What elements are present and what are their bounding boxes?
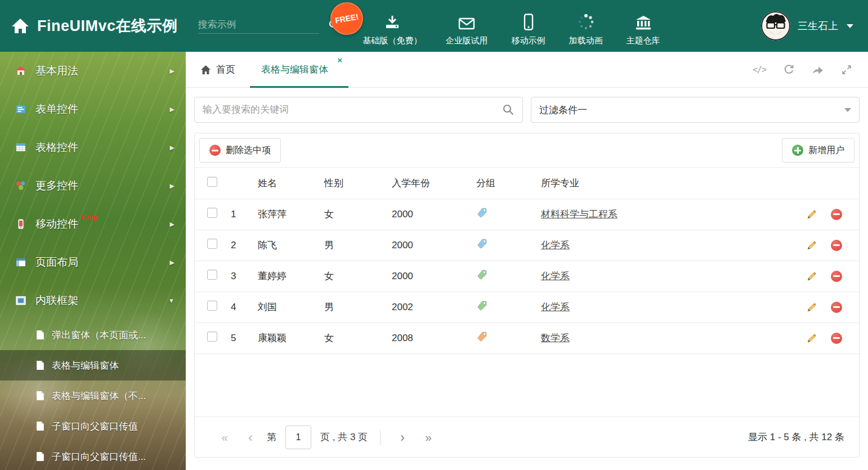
user-menu[interactable]: 三生石上 [761,11,853,41]
page-prefix-label: 第 [267,431,276,444]
column-header-major: 所学专业 [536,168,786,199]
edit-icon[interactable] [806,209,817,220]
fullscreen-icon[interactable] [841,64,852,75]
sidebar-item-page-layout[interactable]: 页面布局 [0,243,186,281]
column-header-group: 分组 [472,168,536,199]
delete-icon[interactable] [831,333,842,344]
delete-icon[interactable] [831,302,842,313]
sidebar-item-label: 页面布局 [35,255,78,270]
file-icon [36,421,44,431]
search-icon[interactable] [502,104,514,116]
sidebar-item-basic-usage[interactable]: 基本用法 [0,52,186,90]
pagination-bar: 第 页 , 共 3 页 显示 1 - 5 条 , 共 12 条 [195,417,859,457]
row-checkbox[interactable] [207,208,217,218]
table-row: 5康颖颖女2008数学系 [195,323,859,353]
row-checkbox[interactable] [207,332,217,342]
tab-home[interactable]: 首页 [186,52,250,87]
keyword-search-input[interactable] [203,104,502,115]
sidebar-subitem-child-to-parent-2[interactable]: 子窗口向父窗口传值... [0,441,186,470]
content-area: 过滤条件一 删除选中项 新增用户 [186,88,868,458]
row-index: 5 [226,323,253,353]
prev-page-button[interactable] [238,429,263,445]
edit-icon[interactable] [806,240,817,251]
delete-icon[interactable] [831,240,842,251]
row-checkbox[interactable] [207,239,217,249]
major-link[interactable]: 化学系 [541,302,570,312]
close-icon[interactable]: × [337,56,342,64]
tabbar-tools [753,52,868,87]
row-index: 3 [226,261,253,292]
nav-item-loading-animation[interactable]: 加载动画 [569,6,603,46]
sidebar-subitem-grid-edit-window[interactable]: 表格与编辑窗体 [0,350,186,381]
download-icon [384,14,401,30]
add-user-button[interactable]: 新增用户 [782,138,854,163]
sidebar-item-mobile-controls[interactable]: 移动控件 Corp. [0,205,186,243]
major-link[interactable]: 数学系 [541,333,570,343]
major-link[interactable]: 化学系 [541,271,570,281]
button-label: 新增用户 [808,145,844,156]
header-search-input[interactable] [198,19,323,30]
cell-name: 刘国 [253,292,320,323]
nav-item-enterprise-trial[interactable]: 企业版试用 [446,6,488,46]
nav-item-theme-repo[interactable]: 主题仓库 [627,6,660,46]
cell-gender: 男 [320,292,387,323]
brand: FineUIMvc在线示例 [11,16,178,36]
filter-dropdown-value: 过滤条件一 [539,104,587,117]
cell-year: 2000 [387,199,472,230]
tab-label: 首页 [216,63,235,76]
row-checkbox[interactable] [207,301,217,311]
open-in-new-icon[interactable] [812,64,824,75]
sidebar-subitem-label: 表格与编辑窗体（不... [52,390,146,402]
cell-gender: 女 [320,323,387,353]
source-code-icon[interactable] [753,65,766,75]
button-label: 删除选中项 [226,145,271,156]
last-page-button[interactable] [415,431,441,444]
chevron-right-icon [170,221,175,228]
edit-icon[interactable] [806,302,817,313]
edit-icon[interactable] [806,333,817,344]
sidebar-item-grid-controls[interactable]: 表格控件 [0,128,186,167]
sidebar-subitem-label: 弹出窗体（本页面或... [52,329,146,342]
cell-year: 2008 [387,323,472,353]
cell-name: 陈飞 [253,230,320,261]
nav-item-basic-edition[interactable]: FREE! 基础版（免费） [363,6,422,46]
mail-icon [458,14,475,30]
username: 三生石上 [798,19,838,33]
sidebar-subitem-child-to-parent[interactable]: 子窗口向父窗口传值 [0,411,186,441]
sidebar-subitem-grid-edit-window-2[interactable]: 表格与编辑窗体（不... [0,381,186,411]
column-header-year: 入学年份 [387,168,472,199]
plus-circle-icon [792,145,803,156]
delete-icon[interactable] [831,271,842,282]
cell-year: 2000 [387,261,472,292]
page-number-input[interactable] [285,426,311,449]
form-icon [15,103,27,115]
filter-dropdown[interactable]: 过滤条件一 [531,97,860,123]
major-link[interactable]: 材料科学与工程系 [541,209,618,220]
tab-label: 表格与编辑窗体 [261,63,328,76]
sidebar-item-more-controls[interactable]: 更多控件 [0,167,186,205]
tab-grid-edit-window[interactable]: 表格与编辑窗体 × [250,52,348,87]
major-link[interactable]: 化学系 [541,240,570,250]
row-checkbox[interactable] [207,270,217,280]
home-icon[interactable] [11,17,29,34]
select-all-checkbox[interactable] [207,177,217,187]
header-nav: FREE! 基础版（免费） 企业版试用 移动示例 [363,6,660,46]
sidebar-item-form-controls[interactable]: 表单控件 [0,90,186,128]
delete-icon[interactable] [831,209,842,220]
row-index: 1 [226,199,253,230]
file-icon [36,451,44,462]
grid-panel: 删除选中项 新增用户 [194,133,860,458]
sidebar-subitem-popup-window[interactable]: 弹出窗体（本页面或... [0,320,186,350]
nav-label: 主题仓库 [627,35,660,46]
filter-row: 过滤条件一 [194,97,860,123]
column-header-gender: 性别 [320,168,387,199]
edit-icon[interactable] [806,271,817,282]
table-row: 1张萍萍女2000材料科学与工程系 [195,199,859,230]
nav-item-mobile-demo[interactable]: 移动示例 [512,6,545,46]
column-header-actions [786,168,859,199]
next-page-button[interactable] [390,429,415,445]
first-page-button[interactable] [212,431,238,444]
sidebar-item-iframe[interactable]: 内联框架 [0,281,186,320]
refresh-icon[interactable] [783,64,795,75]
delete-selected-button[interactable]: 删除选中项 [199,138,281,163]
